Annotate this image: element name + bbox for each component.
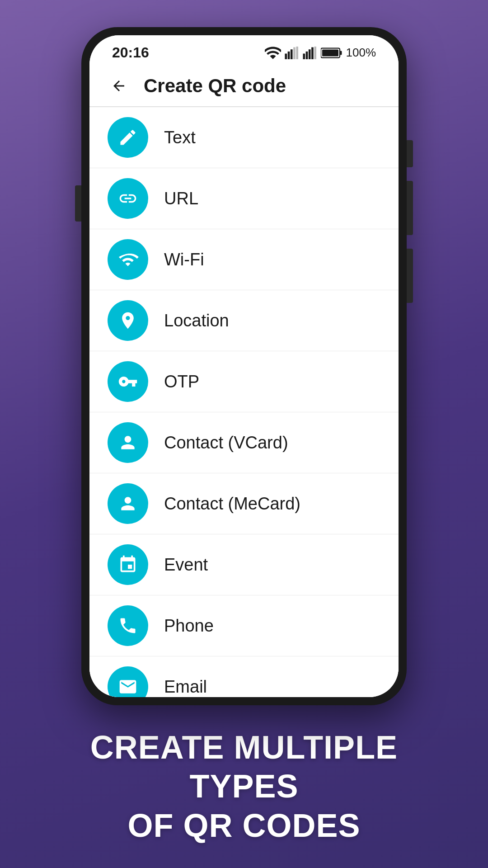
menu-list: Text URL Wi-Fi: [89, 107, 399, 697]
svg-rect-0: [285, 53, 287, 59]
volume-down-button: [407, 249, 413, 303]
event-label: Event: [164, 555, 208, 575]
svg-rect-11: [340, 51, 342, 55]
phone-shell: 20:16: [81, 27, 407, 705]
email-label: Email: [164, 677, 207, 697]
banner-line2: OF QR CODES: [127, 807, 360, 844]
otp-icon-circle: [108, 361, 148, 402]
status-icons: 100%: [265, 46, 376, 60]
phone-icon-circle: [108, 605, 148, 646]
text-icon-circle: [108, 117, 148, 158]
phone-icon: [118, 616, 138, 636]
menu-item-url[interactable]: URL: [89, 168, 399, 229]
menu-item-contact-mecard[interactable]: Contact (MeCard): [89, 473, 399, 534]
vcard-icon-circle: [108, 422, 148, 463]
location-label: Location: [164, 311, 229, 330]
top-bar: Create QR code: [89, 66, 399, 107]
wifi-icon: [117, 250, 139, 269]
svg-rect-2: [290, 49, 292, 59]
battery-icon: [321, 47, 343, 59]
contact-vcard-label: Contact (VCard): [164, 433, 288, 453]
battery-percentage: 100%: [346, 46, 376, 60]
wifi-icon-circle: [108, 239, 148, 280]
menu-item-email[interactable]: Email: [89, 656, 399, 697]
wifi-label: Wi-Fi: [164, 250, 204, 269]
svg-rect-3: [293, 47, 296, 59]
svg-rect-12: [322, 49, 338, 56]
svg-rect-8: [311, 47, 314, 59]
signal-icon: [285, 47, 299, 59]
email-icon: [118, 677, 138, 697]
back-button[interactable]: [108, 75, 130, 97]
phone-label: Phone: [164, 616, 214, 636]
otp-label: OTP: [164, 372, 199, 392]
banner-line1: CREATE MULTIPLE TYPES: [90, 729, 398, 804]
person2-icon: [118, 494, 138, 514]
status-time: 20:16: [112, 44, 149, 61]
svg-rect-9: [314, 47, 316, 59]
svg-rect-1: [287, 51, 290, 59]
wifi-status-icon: [265, 47, 281, 59]
page-title: Create QR code: [144, 75, 286, 97]
svg-rect-5: [303, 53, 305, 59]
power-button: [407, 140, 413, 167]
person-icon: [118, 433, 138, 453]
volume-up-button: [407, 181, 413, 235]
calendar-icon: [118, 555, 138, 575]
phone-screen: 20:16: [89, 35, 399, 697]
signal2-icon: [303, 47, 317, 59]
menu-item-phone[interactable]: Phone: [89, 595, 399, 656]
menu-item-location[interactable]: Location: [89, 290, 399, 351]
menu-item-event[interactable]: Event: [89, 534, 399, 595]
svg-rect-6: [305, 51, 308, 59]
location-pin-icon: [118, 311, 138, 330]
banner-text: CREATE MULTIPLE TYPES OF QR CODES: [36, 728, 452, 845]
url-icon-circle: [108, 178, 148, 219]
svg-rect-4: [296, 47, 298, 59]
key-icon: [118, 372, 138, 392]
volume-button: [75, 185, 81, 222]
location-icon-circle: [108, 300, 148, 341]
mecard-icon-circle: [108, 483, 148, 524]
pencil-icon: [118, 127, 138, 147]
url-label: URL: [164, 189, 198, 208]
menu-item-wifi[interactable]: Wi-Fi: [89, 229, 399, 290]
menu-item-contact-vcard[interactable]: Contact (VCard): [89, 412, 399, 473]
bottom-banner: CREATE MULTIPLE TYPES OF QR CODES: [0, 705, 488, 868]
menu-item-otp[interactable]: OTP: [89, 351, 399, 412]
svg-rect-7: [308, 49, 310, 59]
email-icon-circle: [108, 666, 148, 697]
text-label: Text: [164, 128, 196, 147]
menu-item-text[interactable]: Text: [89, 107, 399, 168]
link-icon: [118, 189, 138, 208]
status-bar: 20:16: [89, 35, 399, 66]
contact-mecard-label: Contact (MeCard): [164, 494, 300, 514]
event-icon-circle: [108, 544, 148, 585]
